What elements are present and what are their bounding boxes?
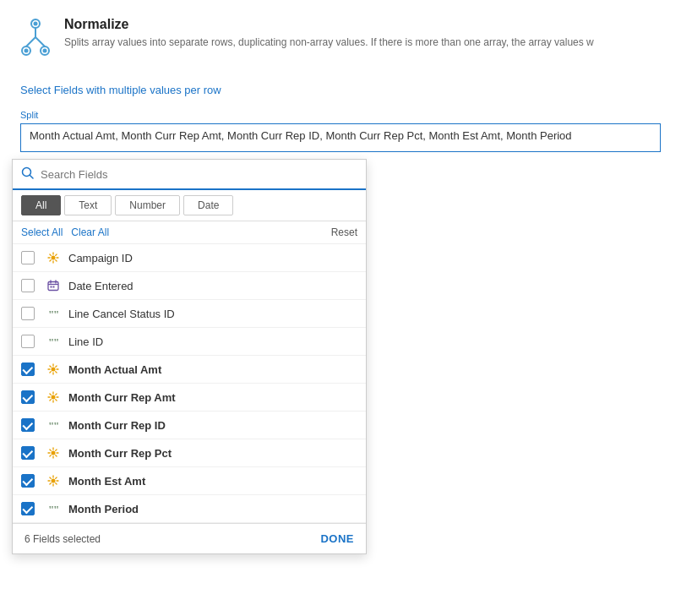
field-checkbox bbox=[21, 335, 35, 348]
page-description: Splits array values into separate rows, … bbox=[64, 35, 594, 50]
field-name: Campaign ID bbox=[68, 252, 133, 264]
field-checkbox bbox=[21, 446, 35, 460]
svg-line-4 bbox=[26, 37, 35, 46]
field-name: Month Curr Rep Pct bbox=[68, 447, 172, 460]
clear-all-button[interactable]: Clear All bbox=[71, 226, 109, 238]
fields-selected-count: 6 Fields selected bbox=[25, 533, 101, 545]
calendar-icon bbox=[45, 280, 62, 292]
split-value-bar: Month Actual Amt, Month Curr Rep Amt, Mo… bbox=[20, 123, 661, 152]
search-icon bbox=[21, 166, 34, 182]
reset-button[interactable]: Reset bbox=[331, 226, 357, 238]
field-name: Month Period bbox=[68, 503, 139, 515]
field-item[interactable]: Date Entered bbox=[13, 272, 366, 300]
gear-icon bbox=[45, 363, 62, 375]
gear-icon bbox=[45, 447, 62, 459]
field-name: Line ID bbox=[68, 335, 103, 348]
field-item[interactable]: Month Curr Rep Amt bbox=[13, 384, 366, 412]
field-name: Date Entered bbox=[68, 280, 133, 292]
search-input[interactable] bbox=[41, 168, 357, 181]
field-item[interactable]: ""Line ID bbox=[13, 328, 366, 356]
split-label: Split bbox=[20, 110, 661, 120]
section-title: Select Fields with multiple values per r… bbox=[20, 84, 661, 96]
tab-number[interactable]: Number bbox=[115, 195, 180, 215]
field-item[interactable]: ""Month Period bbox=[13, 495, 366, 523]
header-text: Normalize Splits array values into separ… bbox=[64, 17, 594, 50]
header-section: Normalize Splits array values into separ… bbox=[20, 17, 661, 63]
field-checkbox bbox=[21, 307, 35, 320]
field-checkbox bbox=[21, 502, 35, 515]
normalize-icon bbox=[20, 19, 54, 63]
field-name: Month Curr Rep ID bbox=[68, 419, 166, 432]
filter-tabs: All Text Number Date bbox=[13, 190, 366, 221]
svg-point-7 bbox=[25, 49, 29, 53]
quote-icon: "" bbox=[45, 308, 62, 319]
svg-point-23 bbox=[52, 395, 56, 400]
field-name: Line Cancel Status ID bbox=[68, 308, 175, 320]
svg-text:": " bbox=[53, 335, 59, 347]
quote-icon: "" bbox=[45, 335, 62, 347]
quote-icon: "" bbox=[45, 419, 62, 431]
field-item[interactable]: Month Est Amt bbox=[13, 467, 366, 495]
svg-rect-16 bbox=[51, 286, 52, 288]
gear-icon bbox=[45, 475, 62, 487]
gear-icon bbox=[45, 391, 62, 403]
svg-line-10 bbox=[30, 176, 34, 179]
tab-all[interactable]: All bbox=[21, 195, 61, 215]
field-checkbox bbox=[21, 418, 35, 432]
svg-point-6 bbox=[34, 22, 38, 26]
done-button[interactable]: DONE bbox=[320, 532, 354, 545]
field-item[interactable]: ""Month Curr Rep ID bbox=[13, 412, 366, 439]
dropdown-panel: All Text Number Date Select All Clear Al… bbox=[12, 159, 367, 554]
svg-point-26 bbox=[52, 451, 56, 455]
svg-text:": " bbox=[53, 503, 59, 515]
svg-line-5 bbox=[35, 37, 45, 46]
field-item[interactable]: Month Curr Rep Pct bbox=[13, 439, 366, 467]
field-checkbox bbox=[21, 363, 35, 376]
select-clear-row: Select All Clear All Reset bbox=[13, 221, 366, 244]
tab-date[interactable]: Date bbox=[183, 195, 233, 215]
field-checkbox bbox=[21, 251, 35, 264]
tab-text[interactable]: Text bbox=[64, 195, 112, 215]
field-item[interactable]: Month Actual Amt bbox=[13, 356, 366, 384]
quote-icon: "" bbox=[45, 503, 62, 515]
svg-point-27 bbox=[52, 479, 56, 483]
field-item[interactable]: ""Line Cancel Status ID bbox=[13, 300, 366, 328]
field-item[interactable]: Campaign ID bbox=[13, 244, 366, 272]
svg-text:": " bbox=[53, 308, 59, 319]
search-row bbox=[13, 160, 366, 190]
field-name: Month Curr Rep Amt bbox=[68, 391, 176, 404]
gear-icon bbox=[45, 252, 62, 264]
select-all-button[interactable]: Select All bbox=[21, 226, 63, 238]
field-name: Month Est Amt bbox=[68, 475, 145, 488]
footer-row: 6 Fields selected DONE bbox=[13, 523, 366, 553]
field-checkbox bbox=[21, 474, 35, 488]
svg-point-22 bbox=[52, 368, 56, 372]
page-title: Normalize bbox=[64, 17, 594, 32]
field-name: Month Actual Amt bbox=[68, 363, 161, 376]
field-checkbox bbox=[21, 279, 35, 292]
fields-list: Campaign IDDate Entered""Line Cancel Sta… bbox=[13, 244, 366, 523]
svg-rect-17 bbox=[53, 286, 55, 288]
svg-point-8 bbox=[43, 49, 47, 53]
svg-text:": " bbox=[53, 419, 59, 431]
field-checkbox bbox=[21, 390, 35, 404]
svg-point-11 bbox=[52, 256, 56, 260]
